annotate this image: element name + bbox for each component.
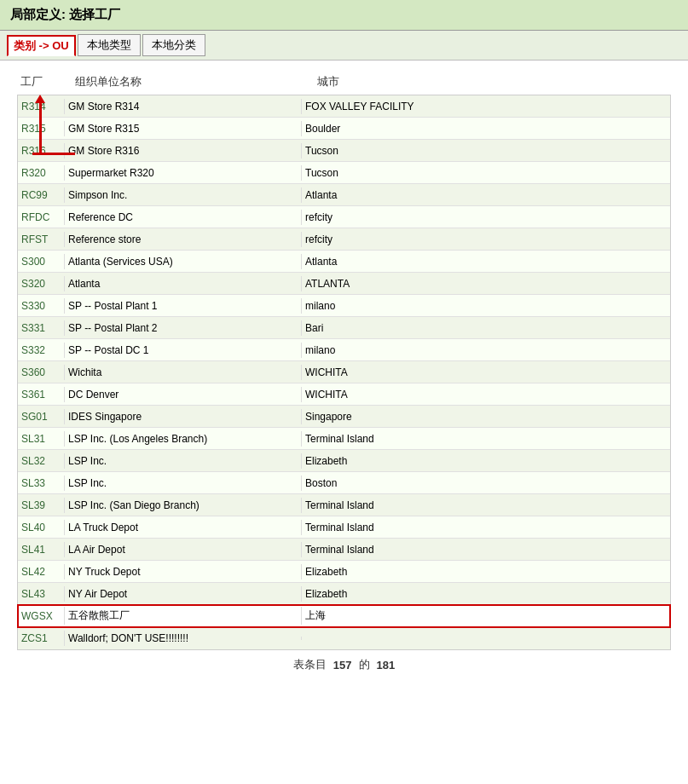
cell-plant: RC99 <box>18 187 64 203</box>
footer: 表条目 157 的 181 <box>17 650 671 679</box>
cell-plant: SL43 <box>18 586 64 602</box>
cell-name: Walldorf; DON'T USE!!!!!!!! <box>64 631 301 646</box>
tab-category-ou[interactable]: 类别 -> OU <box>7 35 76 56</box>
table-row[interactable]: SL32LSP Inc.Elizabeth <box>18 450 670 472</box>
table-row[interactable]: SL39LSP Inc. (San Diego Branch)Terminal … <box>18 494 670 516</box>
cell-city: Tucson <box>301 143 489 159</box>
table-row[interactable]: S361DC DenverWICHITA <box>18 383 670 406</box>
cell-name: NY Air Depot <box>64 586 301 602</box>
cell-city: Elizabeth <box>301 453 489 469</box>
data-table: R314GM Store R314FOX VALLEY FACILITYR315… <box>17 95 671 650</box>
cell-city: Terminal Island <box>301 498 489 513</box>
cell-name: GM Store R314 <box>64 99 301 114</box>
cell-name: LA Air Depot <box>64 542 301 557</box>
table-row[interactable]: R320Supermarket R320Tucson <box>18 162 670 184</box>
column-headers: 工厂 组织单位名称 城市 <box>17 74 671 89</box>
table-row[interactable]: ZCS1Walldorf; DON'T USE!!!!!!!! <box>18 627 670 649</box>
cell-city: Terminal Island <box>301 431 489 447</box>
cell-plant: S361 <box>18 387 64 402</box>
table-row[interactable]: S300Atlanta (Services USA)Atlanta <box>18 251 670 273</box>
cell-city: Bari <box>301 320 489 336</box>
table-row[interactable]: R316GM Store R316Tucson <box>18 140 670 162</box>
cell-city: Tucson <box>301 165 489 181</box>
cell-city: Atlanta <box>301 187 489 203</box>
cell-name: DC Denver <box>64 387 301 402</box>
table-row[interactable]: S331SP -- Postal Plant 2Bari <box>18 317 670 339</box>
col-city-header: 城市 <box>317 74 505 89</box>
table-row[interactable]: SL31LSP Inc. (Los Angeles Branch)Termina… <box>18 428 670 450</box>
cell-plant: S300 <box>18 254 64 269</box>
cell-city: FOX VALLEY FACILITY <box>301 99 489 114</box>
cell-name: LA Truck Depot <box>64 520 301 535</box>
cell-name: Simpson Inc. <box>64 187 301 203</box>
cell-name: Reference store <box>64 232 301 247</box>
table-row[interactable]: R314GM Store R314FOX VALLEY FACILITY <box>18 95 670 118</box>
table-row[interactable]: S320AtlantaATLANTA <box>18 273 670 295</box>
cell-city: Terminal Island <box>301 520 489 535</box>
cell-city: ATLANTA <box>301 276 489 291</box>
table-row[interactable]: S360WichitaWICHITA <box>18 361 670 383</box>
cell-name: LSP Inc. (San Diego Branch) <box>64 498 301 513</box>
cell-city: milano <box>301 298 489 314</box>
cell-city: Elizabeth <box>301 564 489 579</box>
table-row[interactable]: SL40LA Truck DepotTerminal Island <box>18 516 670 539</box>
cell-plant: SL33 <box>18 476 64 491</box>
table-row[interactable]: RC99Simpson Inc.Atlanta <box>18 184 670 206</box>
cell-plant: SL41 <box>18 542 64 557</box>
tab-bar: 类别 -> OU 本地类型 本地分类 <box>0 31 688 61</box>
cell-plant: ZCS1 <box>18 631 64 646</box>
cell-name: LSP Inc. (Los Angeles Branch) <box>64 431 301 447</box>
footer-current: 157 <box>333 659 352 672</box>
table-row[interactable]: SL43NY Air DepotElizabeth <box>18 583 670 605</box>
cell-name: Reference DC <box>64 210 301 225</box>
cell-name: Supermarket R320 <box>64 165 301 181</box>
cell-plant: RFST <box>18 232 64 247</box>
cell-plant: S332 <box>18 343 64 358</box>
table-row[interactable]: SL42NY Truck DepotElizabeth <box>18 561 670 583</box>
cell-plant: SL39 <box>18 498 64 513</box>
cell-name: Wichita <box>64 365 301 380</box>
cell-name: IDES Singapore <box>64 409 301 424</box>
cell-plant: R320 <box>18 165 64 181</box>
cell-name: GM Store R315 <box>64 121 301 136</box>
cell-name: LSP Inc. <box>64 453 301 469</box>
cell-plant: S330 <box>18 298 64 314</box>
cell-plant: SL40 <box>18 520 64 535</box>
cell-plant: S331 <box>18 320 64 336</box>
cell-name: Atlanta (Services USA) <box>64 254 301 269</box>
cell-city: Elizabeth <box>301 586 489 602</box>
table-row[interactable]: S330SP -- Postal Plant 1milano <box>18 295 670 317</box>
cell-name: 五谷散熊工厂 <box>64 607 301 625</box>
tab-local-category[interactable]: 本地分类 <box>142 34 205 56</box>
cell-plant: RFDC <box>18 210 64 225</box>
cell-plant: SL42 <box>18 564 64 579</box>
table-row[interactable]: WGSX五谷散熊工厂上海 <box>18 605 670 627</box>
cell-plant: S320 <box>18 276 64 291</box>
table-row[interactable]: R315GM Store R315Boulder <box>18 118 670 140</box>
cell-plant: SL32 <box>18 453 64 469</box>
col-name-header: 组织单位名称 <box>75 74 314 89</box>
cell-city: Atlanta <box>301 254 489 269</box>
footer-total: 181 <box>377 659 396 672</box>
cell-city: milano <box>301 343 489 358</box>
cell-plant: SL31 <box>18 431 64 447</box>
table-row[interactable]: RFSTReference storerefcity <box>18 228 670 251</box>
cell-name: SP -- Postal Plant 1 <box>64 298 301 314</box>
table-row[interactable]: SL33LSP Inc.Boston <box>18 472 670 494</box>
cell-name: LSP Inc. <box>64 476 301 491</box>
cell-city: refcity <box>301 210 489 225</box>
cell-city <box>301 637 489 640</box>
cell-name: NY Truck Depot <box>64 564 301 579</box>
cell-name: Atlanta <box>64 276 301 291</box>
cell-city: Boston <box>301 476 489 491</box>
cell-plant: S360 <box>18 365 64 380</box>
table-row[interactable]: RFDCReference DCrefcity <box>18 206 670 228</box>
tab-local-type[interactable]: 本地类型 <box>78 34 141 56</box>
cell-plant: WGSX <box>18 608 64 624</box>
table-row[interactable]: SL41LA Air DepotTerminal Island <box>18 539 670 561</box>
table-row[interactable]: SG01IDES SingaporeSingapore <box>18 406 670 428</box>
cell-name: SP -- Postal Plant 2 <box>64 320 301 336</box>
footer-label: 表条目 <box>293 657 327 672</box>
page-title: 局部定义: 选择工厂 <box>0 0 688 31</box>
table-row[interactable]: S332SP -- Postal DC 1milano <box>18 339 670 361</box>
